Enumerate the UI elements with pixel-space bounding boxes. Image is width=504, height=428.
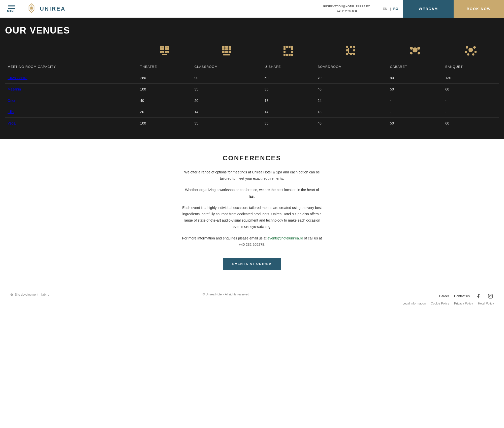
boardroom-column-header: BOARDROOM — [315, 61, 387, 72]
svg-rect-12 — [162, 51, 164, 53]
svg-point-49 — [417, 47, 420, 50]
svg-rect-30 — [284, 48, 286, 50]
svg-rect-32 — [284, 51, 286, 53]
venue-value-cell: - — [443, 95, 499, 106]
menu-button[interactable]: MENU — [0, 0, 23, 18]
webcam-button[interactable]: WEBCAM — [403, 0, 454, 18]
svg-rect-20 — [225, 48, 228, 50]
venue-name-link[interactable]: Mezanin — [8, 87, 21, 91]
career-link[interactable]: Career — [439, 294, 449, 298]
svg-rect-10 — [167, 48, 169, 50]
venue-value-cell: 18 — [262, 95, 315, 106]
svg-rect-38 — [346, 46, 348, 48]
classroom-icon — [221, 44, 233, 57]
table-row: Orion40201824-- — [5, 95, 499, 106]
svg-point-54 — [473, 46, 476, 49]
venue-value-cell: 100 — [138, 84, 192, 95]
site-dev-text: Site development - ilab.ro — [15, 293, 49, 296]
venue-name-cell: Mezanin — [5, 84, 138, 95]
venue-value-cell: 35 — [192, 118, 262, 129]
venue-value-cell: - — [387, 95, 443, 106]
facebook-icon[interactable] — [475, 293, 482, 300]
venue-name-link[interactable]: Cuza Centre — [8, 76, 27, 80]
venue-value-cell: 30 — [138, 106, 192, 118]
instagram-icon[interactable] — [487, 293, 494, 300]
venue-value-cell: 35 — [262, 118, 315, 129]
gear-icon: ⚙ — [10, 293, 13, 297]
ushape-column-header: U-SHAPE — [262, 61, 315, 72]
svg-rect-39 — [350, 46, 352, 48]
venue-value-cell: 40 — [315, 84, 387, 95]
hamburger-line-1 — [8, 5, 15, 6]
conferences-p4-before: For more information and enquiries pleas… — [182, 236, 268, 240]
svg-rect-5 — [165, 46, 167, 48]
svg-point-57 — [467, 53, 469, 56]
conferences-title: CONFERENCES — [5, 154, 499, 162]
theatre-column-header: THEATRE — [138, 61, 192, 72]
classroom-column-header: CLASSROOM — [192, 61, 262, 72]
header-email: RESERVATION@HOTELUNIREA.RO — [323, 4, 370, 9]
venue-name-link[interactable]: Orion — [8, 99, 16, 103]
ushape-icon-cell — [262, 41, 315, 61]
header: MENU UNIREA RESERVATION@HOTELUNIREA.RO +… — [0, 0, 504, 18]
svg-rect-22 — [222, 51, 225, 53]
conferences-paragraph-1: We offer a range of options for meetings… — [181, 169, 323, 182]
menu-label: MENU — [7, 10, 15, 13]
table-row: Vega1003535405060 — [5, 118, 499, 129]
svg-point-55 — [465, 51, 467, 53]
contact-us-link[interactable]: Contact us — [454, 294, 470, 298]
svg-rect-36 — [289, 54, 291, 56]
svg-point-61 — [491, 295, 492, 295]
svg-point-2 — [30, 7, 33, 9]
venue-value-cell: 35 — [192, 84, 262, 95]
svg-point-50 — [410, 52, 413, 54]
legal-information-link[interactable]: Legal information — [402, 302, 426, 305]
venue-value-cell: 18 — [315, 106, 387, 118]
venue-value-cell: 130 — [443, 72, 499, 84]
privacy-policy-link[interactable]: Privacy Policy — [454, 302, 473, 305]
svg-point-58 — [472, 53, 475, 56]
svg-point-60 — [490, 295, 491, 297]
svg-rect-14 — [167, 51, 169, 53]
venues-table: MEETING ROOM CAPACITY THEATRE CLASSROOM … — [5, 41, 499, 129]
venue-name-link[interactable]: Clio — [8, 110, 14, 114]
svg-rect-46 — [349, 48, 354, 53]
footer: ⚙ Site development - ilab.ro © Unirea Ho… — [0, 285, 504, 310]
conferences-paragraph-4: For more information and enquiries pleas… — [181, 235, 323, 248]
events-button[interactable]: EVENTS AT UNIREA — [223, 258, 281, 270]
svg-rect-26 — [284, 46, 286, 48]
lang-ro-button[interactable]: RO — [393, 7, 398, 11]
header-contact: RESERVATION@HOTELUNIREA.RO +40 232 20500… — [316, 4, 378, 13]
venue-value-cell: 60 — [443, 118, 499, 129]
footer-bottom-links: Legal information Cookie Policy Privacy … — [402, 302, 494, 305]
venues-section: OUR VENUES — [0, 18, 504, 139]
svg-point-52 — [468, 48, 473, 52]
cookie-policy-link[interactable]: Cookie Policy — [431, 302, 449, 305]
theatre-icon — [159, 44, 171, 57]
svg-rect-40 — [353, 46, 355, 48]
classroom-icon-cell — [192, 41, 262, 61]
venue-value-cell: 60 — [443, 84, 499, 95]
banquet-column-header: BANQUET — [443, 61, 499, 72]
banquet-icon-cell — [443, 41, 499, 61]
footer-right: Career Contact us Legal information Cook… — [402, 293, 494, 305]
conferences-email-link[interactable]: events@hotelunirea.ro — [267, 236, 303, 240]
svg-rect-3 — [160, 46, 162, 48]
venue-value-cell: 90 — [192, 72, 262, 84]
svg-rect-37 — [291, 54, 293, 56]
venue-value-cell: 100 — [138, 118, 192, 129]
venue-name-link[interactable]: Vega — [8, 121, 16, 125]
venue-value-cell: 24 — [315, 95, 387, 106]
book-now-button[interactable]: BOOK NOW — [454, 0, 504, 18]
svg-point-53 — [466, 46, 468, 49]
cabaret-column-header: CABARET — [387, 61, 443, 72]
hotel-policy-link[interactable]: Hotel Policy — [478, 302, 494, 305]
lang-en-button[interactable]: EN — [383, 7, 387, 11]
svg-point-47 — [413, 47, 418, 52]
footer-top-links: Career Contact us — [439, 293, 494, 300]
venue-value-cell: 14 — [262, 106, 315, 118]
footer-copyright: © Unirea Hotel - All rights reserved — [203, 293, 249, 296]
logo-area: UNIREA — [23, 3, 316, 15]
svg-rect-27 — [286, 46, 288, 48]
svg-rect-9 — [165, 48, 167, 50]
